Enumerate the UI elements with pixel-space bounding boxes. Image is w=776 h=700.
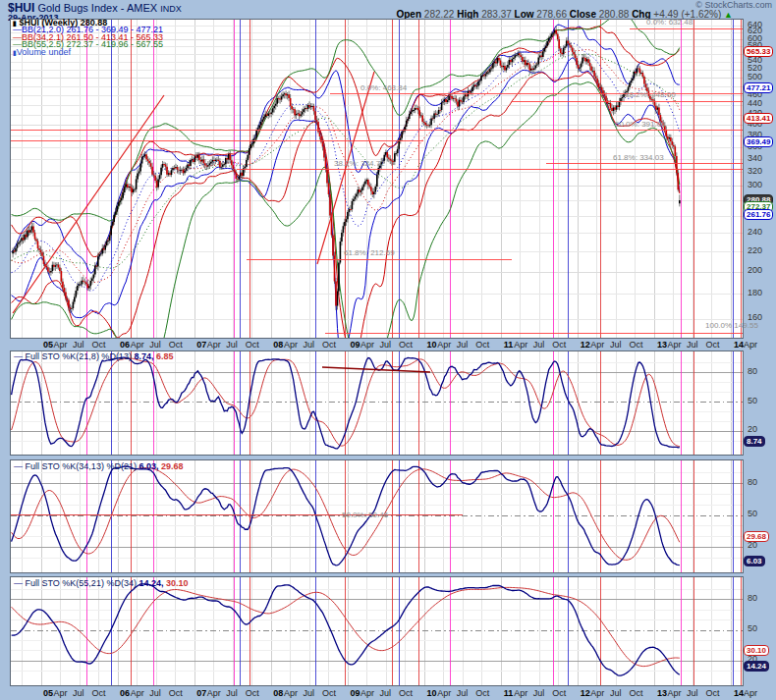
month-label: Jul <box>610 688 622 698</box>
year-label: 12 <box>581 688 590 698</box>
month-label: Oct <box>92 340 106 350</box>
month-label: Apr <box>514 688 527 698</box>
stoch1-legend: — Full STO %K(21,8) %D(13) 8.74, 6.85 <box>14 353 173 361</box>
month-label: Jul <box>226 340 238 350</box>
price-axis-label: 240 <box>748 228 762 237</box>
volume-legend[interactable]: Volume undef <box>17 47 71 57</box>
month-label: Jul <box>687 688 698 698</box>
month-label: Apr <box>360 688 374 698</box>
stoch-value-badge: 14.24 <box>744 661 769 672</box>
month-label: Jul <box>73 688 84 698</box>
fib-label: 61.8%: 334.03 <box>613 154 664 162</box>
month-label: Oct <box>246 340 259 350</box>
price-badge: 477.21 <box>744 82 773 93</box>
fib-label: 100.0% 149.55 <box>705 322 758 330</box>
month-label: Oct <box>706 340 720 350</box>
main-legend: ▮ $HUI (Weekly) 280.88 —BB(21,2.0) 261.7… <box>13 20 163 56</box>
month-label: Oct <box>706 688 720 698</box>
stoch-axis-label: 50 <box>748 624 757 633</box>
month-label: Jul <box>457 688 469 698</box>
month-label: Oct <box>552 688 566 698</box>
stockcharts-page: $HUI Gold Bugs Index - AMEX INDX 29-Apr-… <box>0 0 776 700</box>
stoch-value-badge: 29.68 <box>744 531 769 542</box>
month-label: Oct <box>169 340 183 350</box>
price-axis-label: 340 <box>748 154 762 163</box>
month-label: Apr <box>744 340 757 350</box>
month-label: Oct <box>322 688 336 698</box>
month-label: Jul <box>303 688 314 698</box>
stoch1-legend-text[interactable]: Full STO %K(21,8) %D(13) <box>26 351 132 361</box>
month-label: Jul <box>533 340 545 350</box>
stoch2-legend-text[interactable]: Full STO %K(34,13) %D(21) <box>26 461 137 471</box>
month-label: Jul <box>380 688 392 698</box>
stoch-value-badge: 6.03 <box>744 556 765 566</box>
price-axis-label: 220 <box>748 246 762 255</box>
stoch-canvas-1 <box>11 351 743 455</box>
stoch-line-icon: — <box>14 351 23 361</box>
stoch1-k-value: 8.74, <box>134 351 153 361</box>
year-label: 07 <box>196 340 206 350</box>
fib-label: 50.0%: 391.01 <box>615 121 666 129</box>
stoch-value-badge: 30.10 <box>744 645 769 656</box>
stoch-axis-label: 20 <box>748 541 757 550</box>
year-label: 13 <box>657 340 667 350</box>
stoch-fib-label: 50.0%: 50.46 <box>342 512 388 519</box>
stoch-axis-label: 50 <box>748 510 757 518</box>
stoch2-k-value: 6.03, <box>139 461 158 471</box>
stoch3-d-value: 30.10 <box>166 578 189 588</box>
month-label: Oct <box>629 340 642 350</box>
month-label: Apr <box>437 688 451 698</box>
stoch2-d-value: 29.68 <box>161 461 184 471</box>
fib-label: 0.0%: 632.48 <box>646 19 693 27</box>
stoch-canvas-3 <box>11 577 743 685</box>
year-label: 05 <box>43 340 53 350</box>
exchange-label: INDX <box>160 4 182 14</box>
year-label: 11 <box>504 340 514 350</box>
year-label: 09 <box>350 340 360 350</box>
year-label: 12 <box>581 340 590 350</box>
price-axis-label: 180 <box>748 289 762 297</box>
year-label: 10 <box>427 688 437 698</box>
month-label: Apr <box>667 688 681 698</box>
month-label: Jul <box>226 688 238 698</box>
month-label: Oct <box>399 340 413 350</box>
price-axis-label: 320 <box>748 167 762 176</box>
date-axis-bottom: 05AprJulOct06AprJulOct07AprJulOct08AprJu… <box>10 687 744 699</box>
year-label: 10 <box>427 340 437 350</box>
month-label: Jul <box>149 340 161 350</box>
year-label: 08 <box>273 340 283 350</box>
price-axis-label: 540 <box>748 56 762 65</box>
year-label: 07 <box>196 688 206 698</box>
fib-label: 38.2%: 448.00 <box>625 91 676 99</box>
year-label: 13 <box>657 688 667 698</box>
month-label: Apr <box>590 688 604 698</box>
stoch-panel-1 <box>10 350 744 456</box>
month-label: Oct <box>475 340 489 350</box>
stoch-panel-3 <box>10 576 744 686</box>
stoch-value-badge: 8.74 <box>744 436 765 447</box>
month-label: Apr <box>667 340 681 350</box>
month-label: Oct <box>475 688 489 698</box>
month-label: Apr <box>207 688 221 698</box>
year-label: 09 <box>350 688 360 698</box>
month-label: Apr <box>131 340 144 350</box>
stoch3-legend: — Full STO %K(55,21) %D(34) 14.24, 30.10 <box>14 580 188 588</box>
month-label: Apr <box>360 340 374 350</box>
month-label: Apr <box>590 340 604 350</box>
price-badge: 369.49 <box>744 136 773 147</box>
month-label: Oct <box>629 688 642 698</box>
month-label: Apr <box>744 688 757 698</box>
month-label: Apr <box>437 340 451 350</box>
month-label: Jul <box>687 340 698 350</box>
price-axis-label: 640 <box>748 21 762 29</box>
month-label: Apr <box>207 340 221 350</box>
month-label: Jul <box>533 688 545 698</box>
stoch-axis-label: 80 <box>748 367 757 376</box>
fib-label: 0.0%: 463.84 <box>360 84 407 92</box>
price-axis-label: 440 <box>748 99 762 108</box>
year-label: 14 <box>734 688 744 698</box>
month-label: Oct <box>322 340 336 350</box>
stoch-axis-label: 20 <box>748 425 757 434</box>
stoch3-legend-text[interactable]: Full STO %K(55,21) %D(34) <box>26 578 137 588</box>
year-label: 08 <box>273 688 283 698</box>
